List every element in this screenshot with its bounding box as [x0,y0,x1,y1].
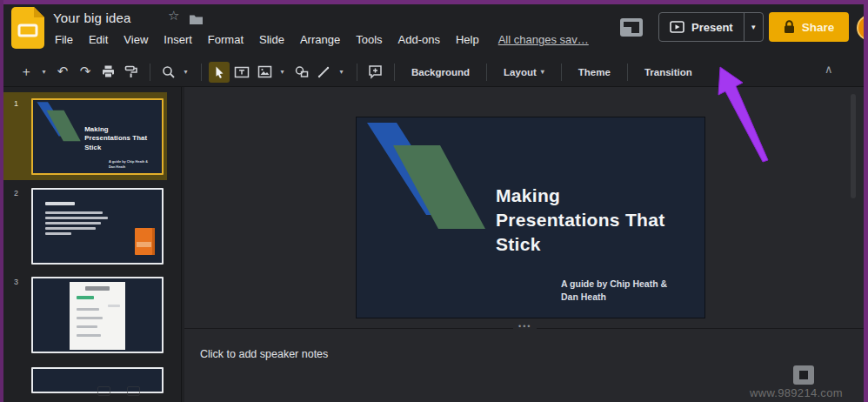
print-button[interactable] [97,62,118,83]
select-tool-button[interactable] [209,62,230,83]
thumb-slide-byline: A guide by Chip Heath & Dan Heath [109,159,148,169]
frame-border-top [0,0,868,4]
frame-border-left [0,0,3,402]
text-box-icon [234,65,250,79]
filmstrip-divider [181,87,182,402]
menu-edit[interactable]: Edit [89,33,108,46]
slide-thumbnail-3[interactable] [31,277,164,353]
explore-button[interactable] [793,365,814,385]
cursor-icon [212,65,226,79]
share-button-label: Share [802,21,835,34]
present-button[interactable]: Present [659,13,744,41]
slide-filmstrip: 1 Making Presentations That Stick A guid… [3,87,184,402]
move-folder-icon[interactable] [189,14,204,25]
slide-thumbnail-2[interactable] [31,188,164,265]
menu-help[interactable]: Help [456,33,479,46]
menu-addons[interactable]: Add-ons [398,33,440,46]
filmstrip-row-2[interactable]: 2 [3,182,167,270]
menu-file[interactable]: File [55,33,73,46]
new-slide-button[interactable]: ＋ [16,62,37,83]
layout-caret-icon: ▾ [541,68,544,76]
collapse-toolbar-icon[interactable]: ∧ [825,63,833,76]
header-bar: Your big idea ☆ File Edit View Insert Fo… [3,4,864,57]
background-button[interactable]: Background [402,63,479,82]
frame-border-right [864,0,868,402]
zoom-caret[interactable]: ▾ [180,62,191,83]
present-button-label: Present [691,21,733,34]
ghost-icon [127,386,140,396]
canvas-scrollbar[interactable] [851,94,856,198]
menu-tools[interactable]: Tools [356,33,382,46]
slide-title-text[interactable]: Making Presentations That Stick [496,184,704,257]
menu-format[interactable]: Format [208,33,244,46]
slide-number: 3 [14,278,18,286]
current-slide[interactable]: Making Presentations That Stick A guide … [357,117,704,318]
checklist-page-image [70,282,125,350]
menu-bar: File Edit View Insert Format Slide Arran… [55,33,589,46]
transition-button[interactable]: Transition [635,63,702,82]
present-screen-icon [670,21,684,33]
line-icon [317,65,331,79]
zoom-button[interactable] [157,62,178,83]
comment-icon [368,64,383,79]
thumb-slide-title: Making Presentations That Stick [84,124,162,151]
menu-arrange[interactable]: Arrange [300,33,340,46]
filmstrip-row-3[interactable]: 3 [3,271,167,358]
image-icon [257,65,272,78]
insert-image-button[interactable] [254,62,275,83]
insert-shape-button[interactable] [290,62,311,83]
explore-icon [799,371,808,379]
insert-comment-button[interactable] [364,62,385,83]
lock-icon [784,20,795,34]
slide-byline-text[interactable]: A guide by Chip Heath & Dan Heath [561,278,667,303]
menu-view[interactable]: View [124,33,148,46]
document-title[interactable]: Your big idea [53,10,131,25]
shapes-icon [294,65,309,78]
ghost-icon [97,386,110,396]
notes-resize-handle[interactable]: ••• [513,322,537,331]
present-split-button: Present ▾ [658,12,764,42]
paint-format-button[interactable] [120,62,141,83]
printer-icon [101,64,116,79]
insert-line-caret[interactable]: ▾ [336,62,347,83]
slides-app-icon[interactable] [11,7,44,49]
magnifier-icon [161,64,176,79]
filmstrip-row-1[interactable]: 1 Making Presentations That Stick A guid… [3,92,167,180]
slide-1-preview: Making Presentations That Stick A guide … [33,100,162,174]
present-to-meeting-icon[interactable] [618,17,644,39]
book-cover-image [135,228,155,255]
share-button[interactable]: Share [769,12,849,42]
paint-roller-icon [124,64,138,79]
menu-insert[interactable]: Insert [164,33,192,46]
toolbar: ＋ ▾ ↶ ↷ ▾ [3,57,864,87]
google-slides-window: Your big idea ☆ File Edit View Insert Fo… [0,0,868,402]
undo-button[interactable]: ↶ [52,62,73,83]
redo-button[interactable]: ↷ [75,62,96,83]
text-box-button[interactable] [231,62,252,83]
watermark-text: www.989214.com [750,386,843,399]
new-slide-caret[interactable]: ▾ [38,62,50,83]
filmstrip-row-4[interactable] [3,359,167,402]
slide-number: 1 [14,99,18,108]
slide-thumbnail-1[interactable]: Making Presentations That Stick A guide … [31,98,164,175]
slide-canvas: Making Presentations That Stick A guide … [184,87,864,402]
layout-button[interactable]: Layout ▾ [494,63,554,82]
present-options-caret[interactable]: ▾ [744,13,763,41]
save-status-link[interactable]: All changes sav… [498,33,589,46]
insert-line-button[interactable] [313,62,334,83]
slide-number: 2 [14,189,18,198]
theme-button[interactable]: Theme [569,63,620,82]
insert-image-caret[interactable]: ▾ [277,62,288,83]
menu-slide[interactable]: Slide [259,33,284,46]
speaker-notes-input[interactable]: Click to add speaker notes [200,348,328,360]
star-icon[interactable]: ☆ [168,10,179,23]
